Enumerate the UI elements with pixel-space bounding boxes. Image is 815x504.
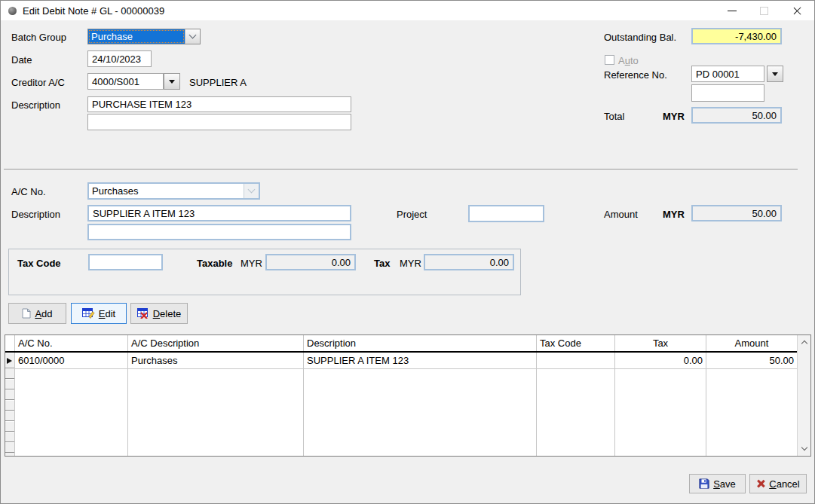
current-row-arrow-icon [7,358,12,364]
add-button[interactable]: Add [8,303,66,324]
batch-group-label: Batch Group [11,32,66,43]
triangle-down-icon [772,72,778,79]
grid-header-tax[interactable]: Tax [615,335,706,351]
grid-row-indicator-column [5,353,14,456]
description-field-1[interactable]: PURCHASE ITEM 123 [87,96,351,112]
grid-row-indicator-cell [5,379,14,389]
cancel-button[interactable]: Cancel [749,474,807,493]
maximize-icon [760,7,768,15]
batch-group-combobox[interactable]: Purchase [87,29,201,44]
tax-currency-label: MYR [400,258,421,269]
chevron-down-icon [189,32,197,39]
section-divider [4,169,798,170]
reference-no-field-2[interactable] [691,84,764,102]
delete-button-label: Delete [153,308,182,319]
reference-no-label: Reference No. [604,69,667,81]
delete-button[interactable]: Delete [130,303,188,324]
detail-description-field-2[interactable] [87,224,351,240]
app-icon [8,7,17,15]
auto-label-rest: to [630,55,639,66]
add-button-label: Add [35,308,52,319]
grid-row-indicator-cell [5,411,14,421]
add-document-icon [22,308,31,319]
tax-code-label: Tax Code [17,258,61,269]
creditor-field[interactable]: 4000/S001 [87,73,164,90]
grid-header-underline [5,351,797,353]
save-floppy-icon [699,478,709,489]
delete-grid-icon [137,308,149,319]
save-button-label: Save [713,478,736,490]
grid-row-indicator-cell [5,353,14,368]
grid-row-indicator-cell [5,400,14,411]
edit-grid-pencil-icon [82,308,95,319]
row-amount: 50.00 [706,353,797,368]
creditor-dropdown-button[interactable] [164,73,180,90]
window-title: Edit Debit Note # GL - 00000039 [23,5,164,17]
minimize-icon [728,11,737,11]
taxable-label: Taxable [197,258,232,269]
total-currency-label: MYR [663,111,685,122]
reference-no-field[interactable]: PD 00001 [691,66,764,82]
tax-code-field[interactable] [88,254,163,270]
grid-row-indicator-cell [5,389,14,400]
maximize-button [751,1,777,20]
date-label: Date [11,54,32,66]
account-no-label: A/C No. [11,186,46,197]
grid-header-tax-code[interactable]: Tax Code [537,335,614,351]
auto-checkbox[interactable] [605,55,614,65]
total-label: Total [604,111,624,122]
outstanding-balance-field: -7,430.00 [691,28,782,44]
grid-row-indicator-cell [5,421,14,432]
account-no-dropdown-button [244,184,259,198]
batch-group-selected-value: Purchase [88,29,185,44]
description-field-2[interactable] [87,114,351,130]
account-no-combobox[interactable]: Purchases [87,182,260,200]
grid-vertical-scrollbar[interactable] [797,335,810,456]
reference-no-dropdown-button[interactable] [767,66,783,82]
grid-header-ac-description[interactable]: A/C Description [128,335,303,351]
close-icon [792,6,802,16]
account-no-selected-value: Purchases [89,184,244,198]
creditor-label: Creditor A/C [11,77,65,88]
grid-header-amount[interactable]: Amount [706,335,797,351]
tax-label: Tax [374,258,390,269]
grid-header-ac-no[interactable]: A/C No. [15,335,127,351]
creditor-name-text: SUPPLIER A [189,77,247,88]
row-ac-no: 6010/0000 [15,353,127,368]
triangle-down-icon [169,80,175,87]
amount-field: 50.00 [691,205,782,221]
chevron-down-icon [801,444,807,451]
description-label: Description [11,99,60,111]
grid-row-indicator-cell [5,368,14,379]
total-field: 50.00 [691,107,782,124]
chevron-up-icon [801,341,807,347]
scroll-down-button[interactable] [798,442,810,455]
chevron-down-icon [248,186,256,194]
edit-debit-note-window: Edit Debit Note # GL - 00000039 Batch Gr… [0,0,815,504]
row-tax: 0.00 [615,353,706,368]
taxable-field: 0.00 [265,254,356,270]
cancel-x-icon [756,479,765,488]
close-button[interactable] [784,1,810,20]
amount-currency-label: MYR [663,209,685,220]
date-field[interactable]: 24/10/2023 [87,50,152,67]
detail-description-label: Description [11,209,60,220]
auto-label-key: u [625,55,630,66]
line-items-grid: A/C No. A/C Description Description Tax … [5,334,811,457]
batch-group-dropdown-button[interactable] [185,29,200,44]
edit-button[interactable]: Edit [71,303,127,324]
save-button[interactable]: Save [689,474,746,493]
cancel-button-label: Cancel [769,478,799,490]
grid-row-indicator-cell [5,442,14,453]
edit-button-label: Edit [99,308,115,319]
minimize-button[interactable] [719,1,745,20]
auto-label-pre: A [618,55,625,66]
row-description: SUPPLIER A ITEM 123 [304,353,536,368]
detail-description-field-1[interactable]: SUPPLIER A ITEM 123 [87,205,351,221]
tax-field: 0.00 [424,254,514,270]
project-field[interactable] [468,205,544,222]
amount-label: Amount [604,209,638,220]
row-ac-description: Purchases [128,353,303,368]
grid-header-description[interactable]: Description [304,335,536,351]
scroll-up-button[interactable] [798,336,810,349]
